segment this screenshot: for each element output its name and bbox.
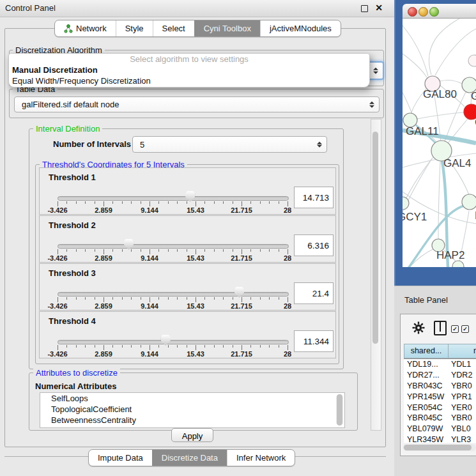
attribute-list-item[interactable]: TopologicalCoefficient <box>40 404 344 415</box>
attribute-list-item[interactable]: BetweennessCentrality <box>40 415 344 426</box>
slider-tick <box>112 249 113 252</box>
apply-button[interactable]: Apply <box>171 428 213 442</box>
checkbox-icon[interactable]: ✓ <box>451 325 459 333</box>
tab-discretize-data[interactable]: Discretize Data <box>152 450 227 466</box>
slider-ticks <box>58 345 288 351</box>
threshold-value-field[interactable] <box>294 330 334 352</box>
minimize-traffic-light-icon[interactable] <box>418 7 428 17</box>
content-scrollbar-thumb[interactable] <box>372 132 378 344</box>
numerical-attributes-list[interactable]: SelfLoopsTopologicalCoefficientBetweenne… <box>40 392 345 428</box>
algorithm-prompt-item[interactable]: Select algorithm to view settings <box>9 54 369 65</box>
attributes-group-title: Attributes to discretize <box>33 368 120 378</box>
threshold-slider-track[interactable] <box>58 244 289 249</box>
network-node[interactable] <box>462 194 476 210</box>
table-row[interactable]: YBL079WYBL0 <box>404 424 476 434</box>
number-of-intervals-value: 5 <box>140 137 144 152</box>
table-row[interactable]: YBR043CYBR0 <box>404 381 476 392</box>
network-node[interactable] <box>403 197 409 210</box>
algorithm-dropdown-popup: Select algorithm to view settings Manual… <box>8 53 370 88</box>
network-node[interactable] <box>468 55 476 66</box>
slider-tick <box>76 297 77 300</box>
cell-shared-name: YBL079W <box>407 424 443 434</box>
threshold-value-field[interactable] <box>294 187 334 208</box>
slider-tick <box>177 201 178 204</box>
tab-network[interactable]: Network <box>55 20 116 36</box>
content-scrollbar[interactable] <box>371 119 381 431</box>
checkbox-icon[interactable]: ✓ <box>461 325 469 333</box>
tab-cyni-toolbox[interactable]: Cyni Toolbox <box>194 20 260 36</box>
slider-tick <box>95 297 95 300</box>
slider-tick <box>131 201 132 204</box>
algorithm-option-manual[interactable]: Manual Discretization <box>9 65 369 75</box>
slider-tick-label: 15.43 <box>187 206 204 214</box>
threshold-slider-track[interactable] <box>58 196 289 201</box>
slider-tick <box>168 345 169 348</box>
tab-jactivemnodules[interactable]: jActiveMNodules <box>260 20 341 36</box>
slider-tick <box>223 249 224 252</box>
table-data-combobox[interactable]: galFiltered.sif default node <box>14 96 380 112</box>
network-window-titlebar[interactable] <box>403 4 476 19</box>
cell-shared-name: YDR27... <box>407 370 440 381</box>
zoom-traffic-light-icon[interactable] <box>429 7 439 17</box>
network-canvas[interactable]: GAL80GACGAL11GAL4GCY1HHAP2 <box>403 19 476 267</box>
threshold-slider-track[interactable] <box>58 340 289 344</box>
interval-definition-group-title: Interval Definition <box>33 124 102 134</box>
network-node[interactable] <box>452 261 464 267</box>
table-row[interactable]: YBR045CYBR0 <box>404 413 476 424</box>
slider-tick <box>58 297 58 302</box>
slider-tick <box>187 345 187 348</box>
attributes-list-scrollbar[interactable] <box>336 394 343 426</box>
threshold-slider-track[interactable] <box>58 292 289 296</box>
slider-tick <box>242 201 242 206</box>
tab-style[interactable]: Style <box>116 20 153 36</box>
slider-tick <box>279 345 279 348</box>
slider-tick <box>141 297 141 300</box>
table-scrollbar-thumb[interactable] <box>404 445 472 450</box>
close-traffic-light-icon[interactable] <box>408 7 417 17</box>
column-header-name[interactable]: na <box>448 344 476 358</box>
table-row[interactable]: YLR345WYLR3 <box>404 434 476 443</box>
slider-tick <box>204 345 205 348</box>
attribute-list-item[interactable]: SelfLoops <box>40 393 344 404</box>
cell-name: YDR2 <box>451 370 472 381</box>
slider-tick <box>233 297 233 300</box>
slider-tick <box>104 297 104 302</box>
slider-tick <box>150 345 150 350</box>
tab-infer-network[interactable]: Infer Network <box>227 450 295 466</box>
gear-icon[interactable] <box>412 321 425 334</box>
slider-tick <box>187 249 187 252</box>
tab-impute-data[interactable]: Impute Data <box>89 450 152 466</box>
slider-tick <box>242 249 242 254</box>
slider-tick <box>58 249 58 254</box>
split-columns-icon[interactable] <box>434 321 447 335</box>
slider-tick <box>250 297 251 300</box>
close-window-icon[interactable]: ✕ <box>375 3 383 13</box>
cell-shared-name: YBR043C <box>407 381 443 392</box>
slider-tick <box>150 297 150 302</box>
table-horizontal-scrollbar[interactable] <box>403 444 476 451</box>
attributes-scrollbar-thumb[interactable] <box>337 394 342 426</box>
slider-tick <box>131 249 132 252</box>
slider-tick-label: 9.144 <box>141 302 158 310</box>
slider-tick <box>158 297 159 300</box>
slider-tick <box>85 345 86 348</box>
column-header-shared-name[interactable]: shared... <box>404 344 449 358</box>
table-row[interactable]: YPR145WYPR1 <box>404 392 476 403</box>
slider-tick <box>168 249 169 252</box>
table-row[interactable]: YDR27...YDR2 <box>404 370 476 381</box>
table-row[interactable]: YER054CYER0 <box>404 403 476 413</box>
slider-tick <box>279 297 279 300</box>
slider-tick <box>158 201 159 204</box>
algorithm-option-equal-width[interactable]: Equal Width/Frequency Discretization <box>9 75 369 86</box>
threshold-value-field[interactable] <box>294 282 334 304</box>
slider-tick <box>95 249 95 252</box>
float-window-icon[interactable] <box>361 5 368 12</box>
tab-select[interactable]: Select <box>153 20 194 36</box>
slider-tick <box>288 297 288 302</box>
slider-tick <box>104 345 104 350</box>
network-view-window[interactable]: GAL80GACGAL11GAL4GCY1HHAP2 <box>394 0 476 286</box>
combo-stepper-icon <box>317 141 321 149</box>
table-row[interactable]: YDL19...YDL1 <box>404 359 476 370</box>
threshold-value-field[interactable] <box>294 234 334 256</box>
number-of-intervals-combobox[interactable]: 5 <box>132 136 327 153</box>
